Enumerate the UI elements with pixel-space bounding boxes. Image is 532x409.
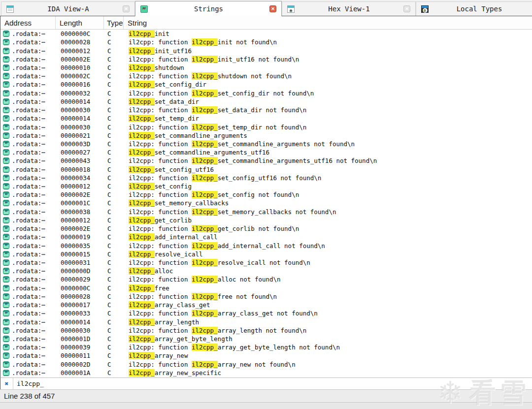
- tab-close-icon[interactable]: [269, 5, 276, 12]
- cell-icon: [0, 132, 12, 139]
- cell-type: C: [104, 217, 124, 224]
- cell-length: 00000012: [56, 217, 104, 224]
- table-row[interactable]: .rodata:⋯00000014Cil2cpp_array_length: [0, 317, 532, 326]
- table-row[interactable]: .rodata:⋯00000033Cil2cpp: function il2cp…: [0, 309, 532, 317]
- cell-string: il2cpp: function il2cpp_set_data_dir not…: [124, 106, 532, 114]
- cell-string: il2cpp: function il2cpp_shutdown not fou…: [124, 72, 532, 80]
- table-row[interactable]: .rodata:⋯00000012Cil2cpp_set_config: [0, 182, 532, 190]
- tab-close-icon[interactable]: [403, 5, 410, 12]
- table-row[interactable]: .rodata:⋯0000002ECil2cpp: function il2cp…: [0, 190, 532, 199]
- table-row[interactable]: .rodata:⋯00000034Cil2cpp: function il2cp…: [0, 174, 532, 182]
- cell-length: 00000030: [56, 327, 104, 334]
- cell-length: 00000021: [56, 132, 104, 139]
- tab-local-types[interactable]: Local Types: [416, 1, 532, 16]
- table-row[interactable]: .rodata:⋯00000028Cil2cpp: function il2cp…: [0, 38, 532, 46]
- cell-string: il2cpp_shutdown: [124, 64, 532, 71]
- tab-ida-view-a[interactable]: IDA View-A: [1, 1, 135, 16]
- table-row[interactable]: .rodata:⋯00000030Cil2cpp: function il2cp…: [0, 106, 532, 114]
- cell-type: C: [104, 56, 124, 63]
- table-row[interactable]: .rodata:⋯00000030Cil2cpp: function il2cp…: [0, 326, 532, 335]
- table-row[interactable]: .rodata:⋯00000030Cil2cpp: function il2cp…: [0, 123, 532, 131]
- table-row[interactable]: .rodata:⋯0000001CCil2cpp_set_memory_call…: [0, 199, 532, 207]
- table-row[interactable]: .rodata:⋯00000035Cil2cpp: function il2cp…: [0, 241, 532, 250]
- filter-match-highlight: il2cpp_: [192, 56, 218, 63]
- table-row[interactable]: .rodata:⋯00000031Cil2cpp: function il2cp…: [0, 258, 532, 267]
- cell-address: .rodata:⋯: [12, 166, 56, 173]
- table-row[interactable]: .rodata:⋯00000039Cil2cpp: function il2cp…: [0, 343, 532, 351]
- cell-length: 00000039: [56, 344, 104, 351]
- table-row[interactable]: .rodata:⋯0000003DCil2cpp: function il2cp…: [0, 140, 532, 148]
- filter-close-icon[interactable]: ✖: [0, 378, 13, 389]
- filter-match-highlight: il2cpp_: [129, 267, 155, 275]
- cell-type: C: [104, 276, 124, 283]
- cell-type: C: [104, 157, 124, 164]
- cell-length: 00000014: [56, 318, 104, 326]
- cell-icon: [0, 183, 12, 189]
- cell-length: 00000019: [56, 233, 104, 241]
- cell-string: il2cpp_init: [124, 30, 532, 37]
- filter-match-highlight: il2cpp_: [129, 233, 155, 241]
- cell-type: C: [104, 233, 124, 241]
- string-literal-icon: [3, 124, 9, 130]
- string-literal-icon: [3, 344, 9, 350]
- cell-string: il2cpp: function il2cpp_alloc not found\…: [124, 276, 532, 283]
- cell-length: 00000028: [56, 38, 104, 46]
- table-row[interactable]: .rodata:⋯0000000DCil2cpp_alloc: [0, 267, 532, 275]
- table-row[interactable]: .rodata:⋯0000002ECil2cpp: function il2cp…: [0, 55, 532, 63]
- cell-type: C: [104, 301, 124, 309]
- table-row[interactable]: .rodata:⋯00000027Cil2cpp_set_commandline…: [0, 148, 532, 157]
- table-row[interactable]: .rodata:⋯0000001ACil2cpp_array_new_speci…: [0, 369, 532, 377]
- cell-type: C: [104, 199, 124, 207]
- column-header-address[interactable]: Address: [0, 16, 56, 29]
- cell-address: .rodata:⋯: [12, 327, 56, 334]
- cell-string: il2cpp: function il2cpp_set_temp_dir not…: [124, 124, 532, 131]
- cell-string: il2cpp: function il2cpp_set_config_dir n…: [124, 90, 532, 97]
- cell-icon: [0, 361, 12, 368]
- string-literal-icon: [3, 276, 9, 283]
- table-row[interactable]: .rodata:⋯00000028Cil2cpp: function il2cp…: [0, 292, 532, 301]
- cell-length: 00000012: [56, 47, 104, 55]
- cell-type: C: [104, 166, 124, 173]
- filter-input[interactable]: [13, 378, 532, 389]
- string-literal-icon: [3, 217, 9, 223]
- column-header-type[interactable]: Type: [104, 16, 124, 29]
- table-row[interactable]: .rodata:⋯00000014Cil2cpp_set_data_dir: [0, 97, 532, 106]
- table-row[interactable]: .rodata:⋯00000032Cil2cpp: function il2cp…: [0, 89, 532, 97]
- table-row[interactable]: .rodata:⋯00000017Cil2cpp_array_class_get: [0, 301, 532, 309]
- cell-icon: [0, 234, 12, 240]
- table-row[interactable]: .rodata:⋯00000012Cil2cpp_init_utf16: [0, 46, 532, 55]
- table-row[interactable]: .rodata:⋯00000021Cil2cpp_set_commandline…: [0, 131, 532, 140]
- table-row[interactable]: .rodata:⋯0000000CCil2cpp_free: [0, 284, 532, 292]
- table-row[interactable]: .rodata:⋯00000012Cil2cpp_get_corlib: [0, 216, 532, 224]
- cell-type: C: [104, 310, 124, 317]
- table-row[interactable]: .rodata:⋯00000011Cil2cpp_array_new: [0, 351, 532, 360]
- table-row[interactable]: .rodata:⋯0000000CCil2cpp_init: [0, 30, 532, 38]
- cell-length: 00000016: [56, 81, 104, 88]
- table-row[interactable]: .rodata:⋯00000019Cil2cpp_add_internal_ca…: [0, 233, 532, 241]
- column-header-length[interactable]: Length: [56, 16, 104, 29]
- cell-string: il2cpp: function il2cpp_add_internal_cal…: [124, 242, 532, 250]
- cell-icon: [0, 251, 12, 257]
- table-row[interactable]: .rodata:⋯0000001DCil2cpp_array_get_byte_…: [0, 335, 532, 343]
- tab-hex-view-1[interactable]: Hex View-1: [282, 1, 416, 16]
- tab-strings[interactable]: Strings: [135, 1, 282, 16]
- cell-address: .rodata:⋯: [12, 267, 56, 275]
- column-header-string[interactable]: String: [124, 16, 532, 29]
- table-row[interactable]: .rodata:⋯00000043Cil2cpp: function il2cp…: [0, 157, 532, 165]
- table-row[interactable]: .rodata:⋯00000029Cil2cpp: function il2cp…: [0, 275, 532, 283]
- cell-address: .rodata:⋯: [12, 98, 56, 105]
- table-row[interactable]: .rodata:⋯00000038Cil2cpp: function il2cp…: [0, 208, 532, 216]
- tab-close-icon[interactable]: [123, 5, 130, 12]
- table-row[interactable]: .rodata:⋯0000002DCil2cpp: function il2cp…: [0, 360, 532, 369]
- filter-match-highlight: il2cpp_: [192, 157, 218, 164]
- table-row[interactable]: .rodata:⋯00000018Cil2cpp_set_config_utf1…: [0, 165, 532, 174]
- table-row[interactable]: .rodata:⋯00000010Cil2cpp_shutdown: [0, 63, 532, 72]
- cell-string: il2cpp_set_data_dir: [124, 98, 532, 105]
- table-row[interactable]: .rodata:⋯00000014Cil2cpp_set_temp_dir: [0, 114, 532, 123]
- table-row[interactable]: .rodata:⋯00000016Cil2cpp_set_config_dir: [0, 80, 532, 89]
- table-row[interactable]: .rodata:⋯00000015Cil2cpp_resolve_icall: [0, 250, 532, 258]
- table-row[interactable]: .rodata:⋯0000002ECil2cpp: function il2cp…: [0, 224, 532, 233]
- table-row[interactable]: .rodata:⋯0000002CCil2cpp: function il2cp…: [0, 72, 532, 80]
- filter-match-highlight: il2cpp_: [192, 90, 218, 97]
- cell-type: C: [104, 267, 124, 275]
